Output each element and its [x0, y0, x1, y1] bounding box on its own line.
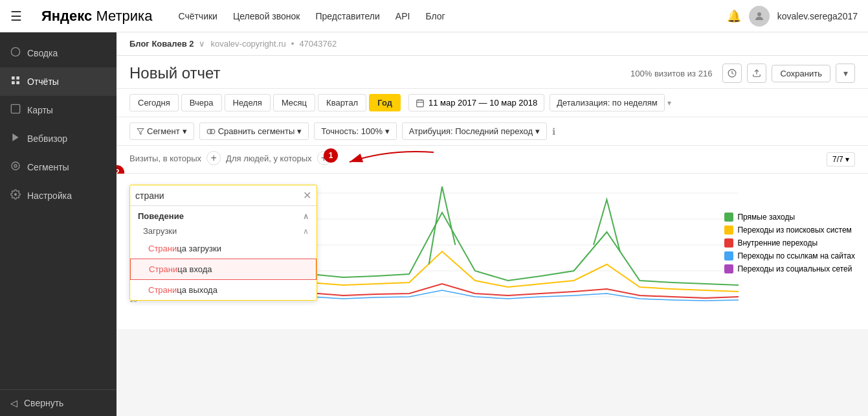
vebvizor-icon [10, 132, 21, 145]
detail-button[interactable]: Детализация: по неделям [550, 94, 665, 111]
add-visit-condition-btn[interactable]: + [206, 151, 221, 165]
nav-links: Счётчики Целевой звонок Представители AP… [178, 11, 707, 21]
compare-segments-button[interactable]: Сравнить сегменты ▾ [199, 122, 309, 140]
compare-chevron: ▾ [297, 126, 302, 136]
logo: Яндекс Метрика [41, 8, 152, 25]
legend-item-1: Переходы из поисковых систем [724, 225, 855, 235]
bell-icon[interactable]: 🔔 [727, 9, 741, 23]
group-label: Поведение [138, 211, 184, 221]
sidebar-item-karty[interactable]: Карты [0, 96, 117, 124]
autocomplete-dropdown: ✕ Поведение ∧ Загрузки ∧ Страница загруз… [129, 185, 317, 301]
attribution-label: Атрибуция: Последний переход [409, 126, 533, 136]
period-quarter[interactable]: Квартал [318, 94, 366, 111]
period-bar: Сегодня Вчера Неделя Месяц Квартал Год 1… [117, 89, 868, 117]
svg-rect-5 [16, 81, 19, 84]
nav-api[interactable]: API [395, 11, 410, 21]
svg-rect-2 [12, 76, 15, 80]
svg-point-9 [14, 165, 17, 167]
legend-item-2: Внутренние переходы [724, 238, 855, 248]
period-today[interactable]: Сегодня [129, 94, 179, 111]
svg-point-0 [757, 12, 761, 16]
svg-rect-3 [16, 76, 19, 80]
sidebar-item-nastroyka[interactable]: Настройка [0, 181, 117, 210]
sidebar-item-vebvizor[interactable]: Вебвизор [0, 124, 117, 153]
sidebar-item-segmenty[interactable]: Сегменты [0, 153, 117, 181]
sidebar: Сводка Отчёты Карты Вебвизор Сегменты [0, 32, 117, 416]
period-month[interactable]: Месяц [273, 94, 315, 111]
segment-button[interactable]: Сегмент ▾ [129, 122, 194, 140]
badge1-container: 1 [324, 148, 338, 163]
nav-tselevy[interactable]: Целевой звонок [233, 11, 300, 21]
legend-label-0: Прямые заходы [737, 213, 795, 222]
item-rest: ца загрузки [177, 244, 221, 253]
save-dropdown-button[interactable]: ▾ [836, 64, 855, 83]
dropdown-item-stranitsa-zagruzki[interactable]: Страница загрузки [130, 238, 317, 259]
svg-marker-16 [137, 128, 144, 134]
chart-legend: Прямые заходы Переходы из поисковых сист… [724, 213, 855, 273]
period-year[interactable]: Год [369, 94, 401, 111]
legend-item-3: Переходы по ссылкам на сайтах [724, 251, 855, 260]
period-week[interactable]: Неделя [225, 94, 271, 111]
legend-item-4: Переходы из социальных сетей [724, 264, 855, 273]
segment-label: Сегмент [147, 126, 180, 136]
dropdown-item-stranitsa-vyhoda[interactable]: Страница выхода [130, 280, 317, 300]
username: kovalev.serega2017 [777, 11, 858, 21]
nav-right: 🔔 kovalev.serega2017 [727, 6, 858, 27]
avatar[interactable] [749, 6, 770, 27]
segment-chevron: ▾ [183, 126, 187, 136]
compare-icon [206, 127, 216, 136]
search-input[interactable] [135, 191, 303, 201]
info-icon[interactable]: ℹ [552, 126, 555, 137]
main-layout: Сводка Отчёты Карты Вебвизор Сегменты [0, 32, 868, 416]
filter-icon [137, 128, 144, 135]
compare-label: Сравнить сегменты [218, 126, 295, 136]
accuracy-label: Точность: 100% [321, 126, 383, 136]
svg-rect-6 [11, 104, 19, 113]
sidebar-bottom: ◁ Свернуть [0, 389, 117, 416]
nastroyka-icon [10, 189, 21, 202]
nav-schetchiki[interactable]: Счётчики [178, 11, 217, 21]
sidebar-item-svodka[interactable]: Сводка [0, 39, 117, 67]
top-nav: ☰ Яндекс Метрика Счётчики Целевой звонок… [0, 0, 868, 32]
visits-percent: 100% визитов из 216 [630, 69, 712, 78]
report-controls: 100% визитов из 216 Сохранить ▾ [630, 64, 855, 83]
sidebar-collapse[interactable]: ◁ Свернуть [0, 390, 117, 416]
dropdown-subgroup-zagruzki[interactable]: Загрузки ∧ [130, 224, 317, 238]
segment-area: Визиты, в которых + Для людей, у которых… [117, 146, 868, 174]
save-button[interactable]: Сохранить [772, 65, 830, 82]
legend-color-3 [724, 251, 733, 260]
svodka-icon [10, 47, 21, 60]
nav-blog[interactable]: Блог [425, 11, 445, 21]
accuracy-button[interactable]: Точность: 100% ▾ [314, 122, 396, 140]
clock-button[interactable] [722, 64, 742, 83]
search-input-wrapper: ✕ [130, 185, 317, 206]
date-range-picker[interactable]: 11 мар 2017 — 10 мар 2018 [408, 94, 544, 111]
clear-search-button[interactable]: ✕ [303, 189, 311, 202]
legend-label-2: Внутренние переходы [737, 238, 818, 248]
dropdown-group-povedenie[interactable]: Поведение ∧ [130, 206, 317, 224]
main-content: Блог Ковалев 2 ∨ kovalev-copyright.ru • … [117, 32, 868, 416]
period-yesterday[interactable]: Вчера [181, 94, 222, 111]
detail-chevron: ▾ [667, 98, 671, 108]
hamburger-icon[interactable]: ☰ [10, 8, 22, 24]
svg-marker-7 [12, 133, 18, 141]
item-rest: ца выхода [177, 285, 217, 295]
dropdown-item-stranitsa-vhoda[interactable]: Страница входа [130, 259, 317, 280]
legend-label-4: Переходы из социальных сетей [737, 264, 852, 273]
sidebar-item-otchety[interactable]: Отчёты [0, 67, 117, 96]
export-button[interactable] [747, 64, 766, 83]
svg-point-8 [12, 162, 19, 170]
calendar-icon [416, 98, 425, 108]
filter-bar: Сегмент ▾ Сравнить сегменты ▾ Точность: … [117, 117, 868, 146]
nav-predstaviteli[interactable]: Представители [315, 11, 379, 21]
breadcrumb: Блог Ковалев 2 ∨ kovalev-copyright.ru • … [117, 32, 868, 56]
show-count-button[interactable]: 7/7 ▾ [827, 152, 855, 167]
report-header: Новый отчет 100% визитов из 216 Сохранит… [117, 56, 868, 89]
accuracy-chevron: ▾ [385, 126, 390, 136]
legend-color-0 [724, 213, 733, 222]
legend-item-0: Прямые заходы [724, 213, 855, 222]
attribution-button[interactable]: Атрибуция: Последний переход ▾ [402, 122, 547, 140]
otchety-icon [10, 75, 21, 88]
svg-point-18 [210, 129, 215, 133]
breadcrumb-site-name[interactable]: Блог Ковалев 2 [129, 39, 194, 49]
